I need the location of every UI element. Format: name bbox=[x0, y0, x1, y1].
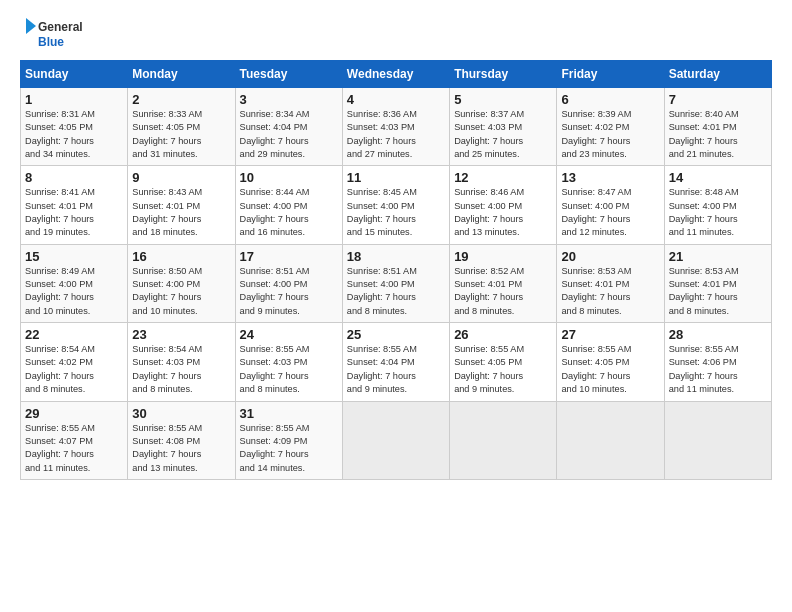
calendar-cell: 26Sunrise: 8:55 AMSunset: 4:05 PMDayligh… bbox=[450, 323, 557, 401]
week-row-1: 1Sunrise: 8:31 AMSunset: 4:05 PMDaylight… bbox=[21, 88, 772, 166]
week-row-3: 15Sunrise: 8:49 AMSunset: 4:00 PMDayligh… bbox=[21, 244, 772, 322]
day-number: 19 bbox=[454, 249, 552, 264]
day-number: 3 bbox=[240, 92, 338, 107]
day-number: 20 bbox=[561, 249, 659, 264]
cell-text: Sunrise: 8:46 AMSunset: 4:00 PMDaylight:… bbox=[454, 187, 524, 237]
day-number: 24 bbox=[240, 327, 338, 342]
calendar-cell: 19Sunrise: 8:52 AMSunset: 4:01 PMDayligh… bbox=[450, 244, 557, 322]
day-number: 4 bbox=[347, 92, 445, 107]
cell-text: Sunrise: 8:54 AMSunset: 4:03 PMDaylight:… bbox=[132, 344, 202, 394]
svg-text:Blue: Blue bbox=[38, 35, 64, 49]
calendar-cell: 24Sunrise: 8:55 AMSunset: 4:03 PMDayligh… bbox=[235, 323, 342, 401]
day-number: 11 bbox=[347, 170, 445, 185]
day-number: 27 bbox=[561, 327, 659, 342]
calendar-cell: 8Sunrise: 8:41 AMSunset: 4:01 PMDaylight… bbox=[21, 166, 128, 244]
calendar-cell: 22Sunrise: 8:54 AMSunset: 4:02 PMDayligh… bbox=[21, 323, 128, 401]
cell-text: Sunrise: 8:55 AMSunset: 4:03 PMDaylight:… bbox=[240, 344, 310, 394]
day-number: 22 bbox=[25, 327, 123, 342]
day-number: 8 bbox=[25, 170, 123, 185]
cell-text: Sunrise: 8:55 AMSunset: 4:08 PMDaylight:… bbox=[132, 423, 202, 473]
cell-text: Sunrise: 8:48 AMSunset: 4:00 PMDaylight:… bbox=[669, 187, 739, 237]
calendar-cell: 30Sunrise: 8:55 AMSunset: 4:08 PMDayligh… bbox=[128, 401, 235, 479]
day-number: 12 bbox=[454, 170, 552, 185]
day-number: 9 bbox=[132, 170, 230, 185]
calendar-cell: 27Sunrise: 8:55 AMSunset: 4:05 PMDayligh… bbox=[557, 323, 664, 401]
calendar-cell: 4Sunrise: 8:36 AMSunset: 4:03 PMDaylight… bbox=[342, 88, 449, 166]
day-number: 29 bbox=[25, 406, 123, 421]
calendar-cell: 23Sunrise: 8:54 AMSunset: 4:03 PMDayligh… bbox=[128, 323, 235, 401]
cell-text: Sunrise: 8:40 AMSunset: 4:01 PMDaylight:… bbox=[669, 109, 739, 159]
calendar-cell: 3Sunrise: 8:34 AMSunset: 4:04 PMDaylight… bbox=[235, 88, 342, 166]
cell-text: Sunrise: 8:55 AMSunset: 4:07 PMDaylight:… bbox=[25, 423, 95, 473]
cell-text: Sunrise: 8:33 AMSunset: 4:05 PMDaylight:… bbox=[132, 109, 202, 159]
cell-text: Sunrise: 8:39 AMSunset: 4:02 PMDaylight:… bbox=[561, 109, 631, 159]
day-number: 17 bbox=[240, 249, 338, 264]
cell-text: Sunrise: 8:55 AMSunset: 4:04 PMDaylight:… bbox=[347, 344, 417, 394]
calendar-cell: 2Sunrise: 8:33 AMSunset: 4:05 PMDaylight… bbox=[128, 88, 235, 166]
calendar-cell: 12Sunrise: 8:46 AMSunset: 4:00 PMDayligh… bbox=[450, 166, 557, 244]
cell-text: Sunrise: 8:31 AMSunset: 4:05 PMDaylight:… bbox=[25, 109, 95, 159]
day-number: 13 bbox=[561, 170, 659, 185]
logo: General Blue bbox=[20, 16, 100, 52]
cell-text: Sunrise: 8:44 AMSunset: 4:00 PMDaylight:… bbox=[240, 187, 310, 237]
cell-text: Sunrise: 8:52 AMSunset: 4:01 PMDaylight:… bbox=[454, 266, 524, 316]
day-number: 1 bbox=[25, 92, 123, 107]
col-header-saturday: Saturday bbox=[664, 61, 771, 88]
col-header-sunday: Sunday bbox=[21, 61, 128, 88]
cell-text: Sunrise: 8:37 AMSunset: 4:03 PMDaylight:… bbox=[454, 109, 524, 159]
cell-text: Sunrise: 8:45 AMSunset: 4:00 PMDaylight:… bbox=[347, 187, 417, 237]
calendar-cell: 11Sunrise: 8:45 AMSunset: 4:00 PMDayligh… bbox=[342, 166, 449, 244]
cell-text: Sunrise: 8:54 AMSunset: 4:02 PMDaylight:… bbox=[25, 344, 95, 394]
day-number: 23 bbox=[132, 327, 230, 342]
calendar-cell: 5Sunrise: 8:37 AMSunset: 4:03 PMDaylight… bbox=[450, 88, 557, 166]
calendar-cell: 18Sunrise: 8:51 AMSunset: 4:00 PMDayligh… bbox=[342, 244, 449, 322]
cell-text: Sunrise: 8:53 AMSunset: 4:01 PMDaylight:… bbox=[561, 266, 631, 316]
svg-marker-2 bbox=[26, 18, 36, 34]
calendar-cell: 13Sunrise: 8:47 AMSunset: 4:00 PMDayligh… bbox=[557, 166, 664, 244]
calendar-cell: 7Sunrise: 8:40 AMSunset: 4:01 PMDaylight… bbox=[664, 88, 771, 166]
col-header-monday: Monday bbox=[128, 61, 235, 88]
calendar-cell: 10Sunrise: 8:44 AMSunset: 4:00 PMDayligh… bbox=[235, 166, 342, 244]
col-header-friday: Friday bbox=[557, 61, 664, 88]
calendar-cell: 6Sunrise: 8:39 AMSunset: 4:02 PMDaylight… bbox=[557, 88, 664, 166]
cell-text: Sunrise: 8:50 AMSunset: 4:00 PMDaylight:… bbox=[132, 266, 202, 316]
day-number: 5 bbox=[454, 92, 552, 107]
day-number: 14 bbox=[669, 170, 767, 185]
week-row-2: 8Sunrise: 8:41 AMSunset: 4:01 PMDaylight… bbox=[21, 166, 772, 244]
cell-text: Sunrise: 8:41 AMSunset: 4:01 PMDaylight:… bbox=[25, 187, 95, 237]
calendar-cell bbox=[450, 401, 557, 479]
calendar-cell: 29Sunrise: 8:55 AMSunset: 4:07 PMDayligh… bbox=[21, 401, 128, 479]
svg-text:General: General bbox=[38, 20, 83, 34]
calendar-cell bbox=[557, 401, 664, 479]
day-number: 15 bbox=[25, 249, 123, 264]
day-number: 26 bbox=[454, 327, 552, 342]
generalblue-logo-svg: General Blue bbox=[20, 16, 100, 52]
cell-text: Sunrise: 8:49 AMSunset: 4:00 PMDaylight:… bbox=[25, 266, 95, 316]
col-header-thursday: Thursday bbox=[450, 61, 557, 88]
calendar-cell: 25Sunrise: 8:55 AMSunset: 4:04 PMDayligh… bbox=[342, 323, 449, 401]
cell-text: Sunrise: 8:55 AMSunset: 4:09 PMDaylight:… bbox=[240, 423, 310, 473]
col-header-wednesday: Wednesday bbox=[342, 61, 449, 88]
calendar-cell: 21Sunrise: 8:53 AMSunset: 4:01 PMDayligh… bbox=[664, 244, 771, 322]
header-row: SundayMondayTuesdayWednesdayThursdayFrid… bbox=[21, 61, 772, 88]
calendar-cell: 9Sunrise: 8:43 AMSunset: 4:01 PMDaylight… bbox=[128, 166, 235, 244]
col-header-tuesday: Tuesday bbox=[235, 61, 342, 88]
day-number: 30 bbox=[132, 406, 230, 421]
week-row-4: 22Sunrise: 8:54 AMSunset: 4:02 PMDayligh… bbox=[21, 323, 772, 401]
day-number: 16 bbox=[132, 249, 230, 264]
day-number: 18 bbox=[347, 249, 445, 264]
calendar-cell: 20Sunrise: 8:53 AMSunset: 4:01 PMDayligh… bbox=[557, 244, 664, 322]
cell-text: Sunrise: 8:51 AMSunset: 4:00 PMDaylight:… bbox=[240, 266, 310, 316]
calendar-table: SundayMondayTuesdayWednesdayThursdayFrid… bbox=[20, 60, 772, 480]
day-number: 31 bbox=[240, 406, 338, 421]
calendar-cell bbox=[342, 401, 449, 479]
calendar-cell bbox=[664, 401, 771, 479]
cell-text: Sunrise: 8:53 AMSunset: 4:01 PMDaylight:… bbox=[669, 266, 739, 316]
cell-text: Sunrise: 8:34 AMSunset: 4:04 PMDaylight:… bbox=[240, 109, 310, 159]
cell-text: Sunrise: 8:36 AMSunset: 4:03 PMDaylight:… bbox=[347, 109, 417, 159]
cell-text: Sunrise: 8:55 AMSunset: 4:05 PMDaylight:… bbox=[561, 344, 631, 394]
week-row-5: 29Sunrise: 8:55 AMSunset: 4:07 PMDayligh… bbox=[21, 401, 772, 479]
header: General Blue bbox=[20, 16, 772, 52]
calendar-cell: 16Sunrise: 8:50 AMSunset: 4:00 PMDayligh… bbox=[128, 244, 235, 322]
day-number: 6 bbox=[561, 92, 659, 107]
